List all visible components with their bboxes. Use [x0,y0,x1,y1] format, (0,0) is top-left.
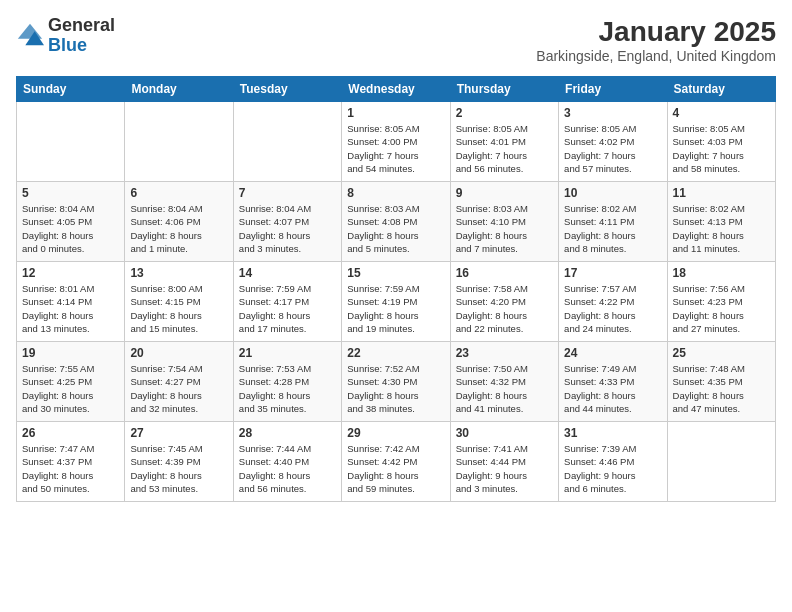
calendar-cell: 2Sunrise: 8:05 AM Sunset: 4:01 PM Daylig… [450,102,558,182]
calendar-cell: 19Sunrise: 7:55 AM Sunset: 4:25 PM Dayli… [17,342,125,422]
calendar-cell [233,102,341,182]
day-number: 24 [564,346,661,360]
calendar-cell [17,102,125,182]
day-info: Sunrise: 7:47 AM Sunset: 4:37 PM Dayligh… [22,442,119,495]
day-number: 27 [130,426,227,440]
day-number: 1 [347,106,444,120]
day-number: 22 [347,346,444,360]
day-number: 23 [456,346,553,360]
calendar-cell: 31Sunrise: 7:39 AM Sunset: 4:46 PM Dayli… [559,422,667,502]
day-info: Sunrise: 7:45 AM Sunset: 4:39 PM Dayligh… [130,442,227,495]
calendar-cell: 20Sunrise: 7:54 AM Sunset: 4:27 PM Dayli… [125,342,233,422]
logo-icon [16,22,44,50]
day-info: Sunrise: 8:04 AM Sunset: 4:07 PM Dayligh… [239,202,336,255]
calendar-cell: 13Sunrise: 8:00 AM Sunset: 4:15 PM Dayli… [125,262,233,342]
day-info: Sunrise: 8:02 AM Sunset: 4:13 PM Dayligh… [673,202,770,255]
calendar-cell [125,102,233,182]
calendar-cell: 8Sunrise: 8:03 AM Sunset: 4:08 PM Daylig… [342,182,450,262]
day-info: Sunrise: 7:49 AM Sunset: 4:33 PM Dayligh… [564,362,661,415]
calendar-cell: 24Sunrise: 7:49 AM Sunset: 4:33 PM Dayli… [559,342,667,422]
day-info: Sunrise: 8:04 AM Sunset: 4:05 PM Dayligh… [22,202,119,255]
day-number: 21 [239,346,336,360]
weekday-header: Wednesday [342,77,450,102]
calendar-cell: 11Sunrise: 8:02 AM Sunset: 4:13 PM Dayli… [667,182,775,262]
day-number: 9 [456,186,553,200]
day-number: 19 [22,346,119,360]
day-info: Sunrise: 8:03 AM Sunset: 4:10 PM Dayligh… [456,202,553,255]
location: Barkingside, England, United Kingdom [536,48,776,64]
day-info: Sunrise: 8:05 AM Sunset: 4:01 PM Dayligh… [456,122,553,175]
month-title: January 2025 [536,16,776,48]
calendar-cell: 6Sunrise: 8:04 AM Sunset: 4:06 PM Daylig… [125,182,233,262]
day-number: 26 [22,426,119,440]
title-block: January 2025 Barkingside, England, Unite… [536,16,776,64]
calendar-cell: 3Sunrise: 8:05 AM Sunset: 4:02 PM Daylig… [559,102,667,182]
calendar-cell: 14Sunrise: 7:59 AM Sunset: 4:17 PM Dayli… [233,262,341,342]
day-info: Sunrise: 7:58 AM Sunset: 4:20 PM Dayligh… [456,282,553,335]
calendar-week-row: 26Sunrise: 7:47 AM Sunset: 4:37 PM Dayli… [17,422,776,502]
day-info: Sunrise: 8:00 AM Sunset: 4:15 PM Dayligh… [130,282,227,335]
calendar-cell: 1Sunrise: 8:05 AM Sunset: 4:00 PM Daylig… [342,102,450,182]
day-number: 14 [239,266,336,280]
day-number: 25 [673,346,770,360]
calendar-cell: 16Sunrise: 7:58 AM Sunset: 4:20 PM Dayli… [450,262,558,342]
day-info: Sunrise: 7:42 AM Sunset: 4:42 PM Dayligh… [347,442,444,495]
weekday-header: Thursday [450,77,558,102]
day-info: Sunrise: 7:52 AM Sunset: 4:30 PM Dayligh… [347,362,444,415]
day-number: 18 [673,266,770,280]
day-number: 2 [456,106,553,120]
day-number: 30 [456,426,553,440]
day-info: Sunrise: 7:50 AM Sunset: 4:32 PM Dayligh… [456,362,553,415]
calendar-cell: 10Sunrise: 8:02 AM Sunset: 4:11 PM Dayli… [559,182,667,262]
day-number: 6 [130,186,227,200]
weekday-header-row: SundayMondayTuesdayWednesdayThursdayFrid… [17,77,776,102]
day-info: Sunrise: 7:54 AM Sunset: 4:27 PM Dayligh… [130,362,227,415]
calendar-cell: 25Sunrise: 7:48 AM Sunset: 4:35 PM Dayli… [667,342,775,422]
day-number: 28 [239,426,336,440]
day-number: 29 [347,426,444,440]
day-number: 20 [130,346,227,360]
calendar-cell: 22Sunrise: 7:52 AM Sunset: 4:30 PM Dayli… [342,342,450,422]
day-info: Sunrise: 8:05 AM Sunset: 4:03 PM Dayligh… [673,122,770,175]
logo: General Blue [16,16,115,56]
weekday-header: Friday [559,77,667,102]
day-number: 31 [564,426,661,440]
svg-marker-0 [18,24,42,39]
calendar-cell: 7Sunrise: 8:04 AM Sunset: 4:07 PM Daylig… [233,182,341,262]
calendar-cell: 27Sunrise: 7:45 AM Sunset: 4:39 PM Dayli… [125,422,233,502]
day-info: Sunrise: 7:57 AM Sunset: 4:22 PM Dayligh… [564,282,661,335]
calendar-cell: 30Sunrise: 7:41 AM Sunset: 4:44 PM Dayli… [450,422,558,502]
day-info: Sunrise: 7:48 AM Sunset: 4:35 PM Dayligh… [673,362,770,415]
day-number: 4 [673,106,770,120]
page-header: General Blue January 2025 Barkingside, E… [16,16,776,64]
day-info: Sunrise: 7:59 AM Sunset: 4:17 PM Dayligh… [239,282,336,335]
day-number: 15 [347,266,444,280]
calendar-table: SundayMondayTuesdayWednesdayThursdayFrid… [16,76,776,502]
day-info: Sunrise: 7:39 AM Sunset: 4:46 PM Dayligh… [564,442,661,495]
calendar-cell: 12Sunrise: 8:01 AM Sunset: 4:14 PM Dayli… [17,262,125,342]
day-number: 17 [564,266,661,280]
day-number: 13 [130,266,227,280]
calendar-week-row: 12Sunrise: 8:01 AM Sunset: 4:14 PM Dayli… [17,262,776,342]
day-info: Sunrise: 8:05 AM Sunset: 4:00 PM Dayligh… [347,122,444,175]
day-number: 5 [22,186,119,200]
day-number: 16 [456,266,553,280]
day-info: Sunrise: 8:02 AM Sunset: 4:11 PM Dayligh… [564,202,661,255]
day-number: 11 [673,186,770,200]
calendar-week-row: 1Sunrise: 8:05 AM Sunset: 4:00 PM Daylig… [17,102,776,182]
weekday-header: Monday [125,77,233,102]
calendar-cell: 15Sunrise: 7:59 AM Sunset: 4:19 PM Dayli… [342,262,450,342]
day-info: Sunrise: 8:04 AM Sunset: 4:06 PM Dayligh… [130,202,227,255]
calendar-cell: 21Sunrise: 7:53 AM Sunset: 4:28 PM Dayli… [233,342,341,422]
calendar-cell: 28Sunrise: 7:44 AM Sunset: 4:40 PM Dayli… [233,422,341,502]
calendar-cell: 18Sunrise: 7:56 AM Sunset: 4:23 PM Dayli… [667,262,775,342]
calendar-cell: 29Sunrise: 7:42 AM Sunset: 4:42 PM Dayli… [342,422,450,502]
day-info: Sunrise: 7:41 AM Sunset: 4:44 PM Dayligh… [456,442,553,495]
day-info: Sunrise: 7:44 AM Sunset: 4:40 PM Dayligh… [239,442,336,495]
calendar-cell: 4Sunrise: 8:05 AM Sunset: 4:03 PM Daylig… [667,102,775,182]
day-info: Sunrise: 7:53 AM Sunset: 4:28 PM Dayligh… [239,362,336,415]
day-number: 8 [347,186,444,200]
day-number: 3 [564,106,661,120]
weekday-header: Saturday [667,77,775,102]
logo-text: General Blue [48,16,115,56]
